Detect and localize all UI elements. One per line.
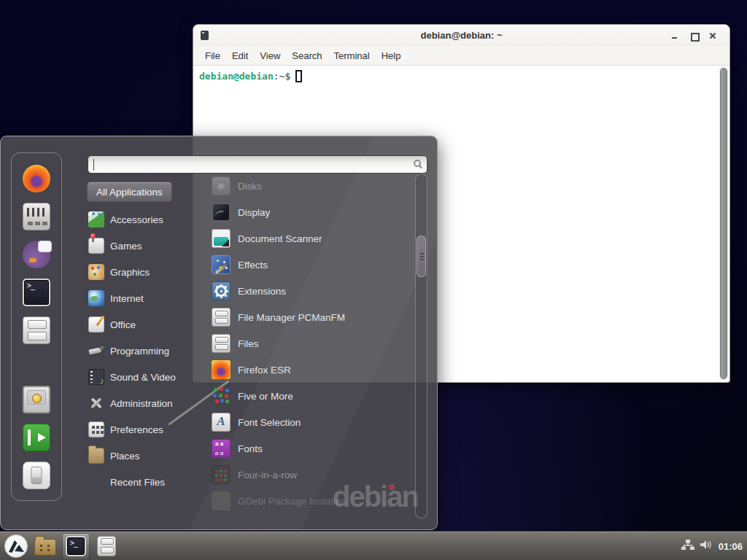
favorite-icon [23,424,50,451]
favorite-pidgin[interactable] [23,241,50,268]
menu-scrollbar[interactable] [415,174,427,518]
taskbar-terminal-button[interactable] [62,533,90,559]
favorite-lock-screen[interactable] [23,386,50,413]
category-administration[interactable]: Administration [85,390,202,416]
category-icon [88,369,104,385]
menu-scrollbar-thumb[interactable] [417,236,426,277]
favorite-shutdown[interactable] [23,462,50,489]
category-all-applications[interactable]: All Applications [87,182,172,202]
application-icon [212,176,231,195]
favorite-icon [23,165,50,192]
prompt-user-host: debian@debian [199,71,274,82]
terminal-titlebar[interactable]: debian@debian: ~ [193,25,729,46]
taskbar-files-button[interactable] [94,533,119,559]
favorite-icon [23,279,50,306]
application-icon [212,439,231,458]
application-icon [212,360,231,379]
application-icon [212,255,231,274]
app-files[interactable]: Files [209,330,413,357]
category-places[interactable]: Places [85,443,202,469]
favorite-icon [23,386,50,413]
system-tray: 01:06 [681,532,743,560]
app-display[interactable]: Display [209,199,413,225]
terminal-menu-item[interactable]: Edit [226,48,254,63]
category-icon [88,238,104,254]
app-font-selection[interactable]: Font Selection [209,409,413,435]
applications-column: Disks Display Document Scanner Effects [209,173,413,514]
terminal-menu-item[interactable]: Search [286,48,328,63]
network-icon[interactable] [681,539,694,553]
app-gdebi-package-installer[interactable]: GDebi Package Installer [209,488,413,514]
minimize-icon[interactable] [665,28,684,43]
category-icon [88,343,104,359]
menu-button[interactable] [4,533,28,559]
category-icon [88,264,104,280]
category-preferences[interactable]: Preferences [85,416,202,443]
favorite-icon [23,462,50,489]
file-cabinet-icon [97,536,116,556]
category-icon [88,211,104,228]
app-file-manager-pcmanfm[interactable]: File Manager PCManFM [209,304,413,330]
window-title: debian@debian: ~ [193,30,729,41]
terminal-icon [66,536,86,556]
prompt-suffix: :~$ [274,71,290,82]
terminal-scrollbar-thumb[interactable] [720,68,727,379]
category-programming[interactable]: Programming [85,338,202,364]
favorite-mixer[interactable] [23,203,50,230]
application-icon [212,491,231,510]
distro-logo-icon [4,534,28,558]
category-accessories[interactable]: Accessories [85,206,202,233]
maximize-icon[interactable] [684,28,703,43]
desktop: debian@debian: ~ File Edit View Search T… [0,0,747,560]
favorite-firefox[interactable] [23,165,50,192]
category-icon [88,395,104,411]
category-recent-files[interactable]: Recent Files [85,469,202,495]
favorites-column [11,152,62,501]
category-icon [88,316,104,332]
application-menu: debian [0,136,438,530]
app-disks[interactable]: Disks [209,173,413,199]
terminal-menu-item[interactable]: Help [376,48,407,63]
speaker-icon[interactable] [700,540,713,553]
favorite-terminal[interactable] [23,279,50,306]
app-effects[interactable]: Effects [209,252,413,278]
app-firefox-esr[interactable]: Firefox ESR [209,357,413,383]
category-icon [88,448,104,464]
category-sound-video[interactable]: Sound & Video [85,364,202,390]
application-icon [212,413,231,432]
close-icon[interactable] [703,28,722,43]
category-icon [88,421,104,438]
terminal-menu-item[interactable]: View [254,48,286,63]
application-icon [212,334,231,353]
app-four-in-a-row[interactable]: Four-in-a-row [209,462,413,488]
terminal-menu-item[interactable]: Terminal [328,48,376,63]
application-icon [212,465,231,484]
application-icon [212,203,231,222]
application-icon [212,386,231,405]
clock[interactable]: 01:06 [719,541,743,552]
category-internet[interactable]: Internet [85,285,202,311]
category-games[interactable]: Games [85,233,202,259]
category-office[interactable]: Office [85,311,202,338]
terminal-menubar: File Edit View Search Terminal Help [193,46,729,66]
taskbar-file-manager-button[interactable] [33,533,58,559]
favorite-logout[interactable] [23,424,50,451]
category-graphics[interactable]: Graphics [85,259,202,285]
terminal-scrollbar[interactable] [719,67,728,380]
search-box[interactable] [88,155,427,174]
app-document-scanner[interactable]: Document Scanner [209,225,413,252]
application-icon [212,229,231,248]
favorite-icon [23,241,50,268]
app-extensions[interactable]: Extensions [209,278,413,304]
folder-icon [34,539,56,556]
terminal-cursor [295,70,302,82]
text-caret [93,159,94,171]
app-fonts[interactable]: Fonts [209,435,413,462]
terminal-menu-item[interactable]: File [199,48,226,63]
favorite-file-manager[interactable] [23,316,50,344]
search-input[interactable] [88,156,427,173]
taskbar: 01:06 [0,531,747,560]
categories-column: All Applications Accessories Games Graph… [85,182,202,495]
favorite-icon [23,316,50,344]
app-five-or-more[interactable]: Five or More [209,383,413,409]
